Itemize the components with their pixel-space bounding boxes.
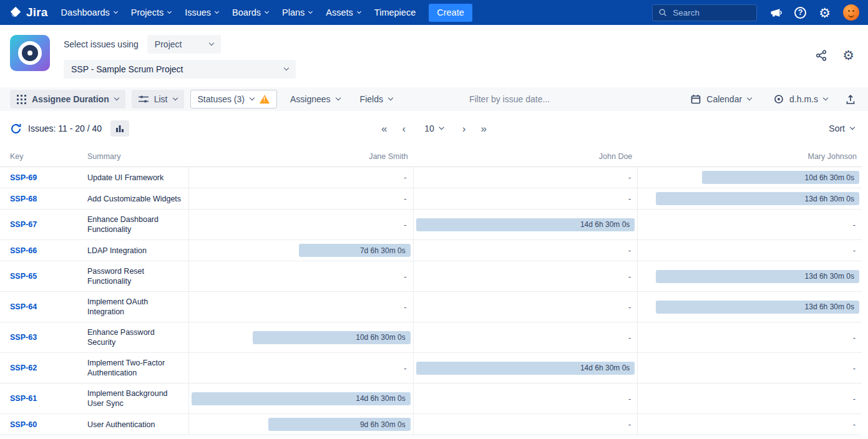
- export-button[interactable]: [843, 92, 858, 107]
- grid-icon: [17, 95, 26, 104]
- column-header-assignee: John Doe: [413, 152, 638, 161]
- duration-bar: 13d 6h 30m 0s: [656, 270, 859, 283]
- issue-key-link[interactable]: SSP-60: [10, 420, 37, 429]
- refresh-button[interactable]: [10, 123, 22, 135]
- nav-item-label: Boards: [232, 7, 261, 17]
- sort-dropdown[interactable]: Sort: [825, 123, 858, 134]
- duration-cell: -: [413, 167, 638, 188]
- report-type-dropdown[interactable]: Assignee Duration: [10, 90, 125, 109]
- duration-cell: -: [188, 292, 413, 322]
- chevron-down-icon: [114, 9, 118, 13]
- sort-label: Sort: [829, 123, 845, 133]
- time-format-dropdown[interactable]: d.h.m.s: [767, 90, 834, 109]
- nav-item-issues[interactable]: Issues: [178, 0, 225, 25]
- prev-page-button[interactable]: ‹: [402, 123, 406, 134]
- chevron-down-icon: [172, 95, 177, 100]
- pagination: « ‹ 10 › »: [381, 123, 487, 134]
- issue-key-link[interactable]: SSP-62: [10, 364, 37, 372]
- settings-gear-icon[interactable]: ⚙: [819, 6, 831, 19]
- duration-bar: 10d 6h 30m 0s: [702, 171, 859, 184]
- table-row: SSP-66LDAP Integration7d 6h 30m 0s--: [0, 240, 862, 261]
- toolbar: Assignee Duration List Statuses (3) Assi…: [0, 87, 868, 111]
- issue-key-cell: SSP-69: [0, 167, 87, 188]
- chart-view-button[interactable]: [110, 120, 129, 137]
- issue-key-link[interactable]: SSP-64: [10, 302, 37, 311]
- chevron-down-icon: [209, 41, 214, 46]
- next-page-button[interactable]: ›: [462, 123, 466, 134]
- chevron-down-icon: [265, 9, 269, 13]
- duration-cell: -: [637, 414, 862, 435]
- calendar-label: Calendar: [706, 94, 742, 104]
- nav-item-label: Plans: [282, 7, 305, 17]
- nav-item-plans[interactable]: Plans: [275, 0, 319, 25]
- create-button[interactable]: Create: [429, 4, 472, 22]
- issue-key-cell: SSP-64: [0, 292, 87, 322]
- issue-key-cell: SSP-60: [0, 414, 87, 435]
- issue-date-filter-input[interactable]: [468, 94, 587, 105]
- issue-key-link[interactable]: SSP-69: [10, 173, 37, 182]
- issue-key-cell: SSP-61: [0, 384, 87, 413]
- timepiece-app-icon: [10, 35, 50, 71]
- table-row: SSP-69Update UI Framework--10d 6h 30m 0s: [0, 167, 862, 188]
- share-button[interactable]: [815, 49, 827, 62]
- duration-cell: 13d 6h 30m 0s: [637, 188, 862, 209]
- calendar-dropdown[interactable]: Calendar: [684, 90, 758, 109]
- view-mode-value: List: [154, 94, 168, 104]
- issue-key-cell: SSP-68: [0, 188, 87, 209]
- toolbar-right: Calendar d.h.m.s: [684, 90, 858, 109]
- issue-key-link[interactable]: SSP-67: [10, 220, 37, 229]
- nav-item-label: Projects: [131, 7, 163, 17]
- statuses-dropdown[interactable]: Statuses (3): [190, 90, 277, 109]
- search-input[interactable]: [671, 7, 751, 18]
- issue-key-link[interactable]: SSP-66: [10, 246, 37, 255]
- page-size-value: 10: [424, 123, 434, 133]
- issue-key-link[interactable]: SSP-65: [10, 272, 37, 281]
- first-page-button[interactable]: «: [381, 123, 387, 134]
- time-format-value: d.h.m.s: [789, 94, 818, 104]
- chevron-down-icon: [439, 125, 444, 130]
- issue-key-link[interactable]: SSP-63: [10, 333, 37, 342]
- feedback-megaphone-icon[interactable]: [769, 6, 782, 19]
- global-search[interactable]: [652, 4, 757, 21]
- report-settings-button[interactable]: ⚙: [842, 49, 854, 62]
- fields-dropdown[interactable]: Fields: [353, 90, 399, 109]
- nav-item-boards[interactable]: Boards: [225, 0, 275, 25]
- results-bar: Issues: 11 - 20 / 40 « ‹ 10 › » Sort: [0, 111, 868, 146]
- duration-cell: -: [637, 353, 862, 383]
- issue-source-dropdown[interactable]: Project: [147, 35, 221, 54]
- empty-duration: -: [628, 420, 635, 429]
- nav-item-dashboards[interactable]: Dashboards: [54, 0, 124, 25]
- nav-item-projects[interactable]: Projects: [124, 0, 178, 25]
- user-avatar[interactable]: [843, 4, 859, 21]
- project-dropdown[interactable]: SSP - Sample Scrum Project: [64, 60, 296, 79]
- chevron-down-icon: [357, 9, 361, 13]
- nav-item-timepiece[interactable]: Timepiece: [368, 0, 422, 25]
- jira-logo-icon: [9, 6, 22, 19]
- issue-key-cell: SSP-67: [0, 210, 87, 239]
- top-nav: Jira Dashboards Projects Issues Boards P…: [0, 0, 868, 25]
- last-page-button[interactable]: »: [480, 123, 486, 134]
- nav-item-label: Timepiece: [374, 7, 416, 17]
- duration-cell: -: [413, 384, 638, 413]
- issue-key-link[interactable]: SSP-68: [10, 195, 37, 203]
- issue-summary: Update UI Framework: [87, 167, 188, 188]
- page-size-dropdown[interactable]: 10: [421, 123, 447, 134]
- duration-cell: -: [413, 322, 638, 352]
- refresh-icon: [10, 123, 22, 135]
- view-mode-dropdown[interactable]: List: [132, 90, 184, 109]
- assignees-dropdown[interactable]: Assignees: [283, 90, 347, 109]
- duration-cell: -: [413, 261, 638, 291]
- issue-key-link[interactable]: SSP-61: [10, 394, 37, 403]
- nav-item-assets[interactable]: Assets: [319, 0, 368, 25]
- help-icon[interactable]: ?: [794, 7, 806, 19]
- duration-cell: -: [637, 384, 862, 413]
- empty-duration: -: [853, 394, 859, 403]
- duration-bar: 13d 6h 30m 0s: [656, 301, 859, 314]
- bar-chart-icon: [115, 124, 124, 133]
- empty-duration: -: [404, 364, 410, 373]
- issue-summary: Enhance Dashboard Functionality: [87, 210, 188, 239]
- empty-duration: -: [404, 220, 410, 229]
- jira-home-link[interactable]: Jira: [9, 6, 48, 19]
- duration-cell: -: [413, 188, 638, 209]
- brand-name: Jira: [26, 6, 48, 19]
